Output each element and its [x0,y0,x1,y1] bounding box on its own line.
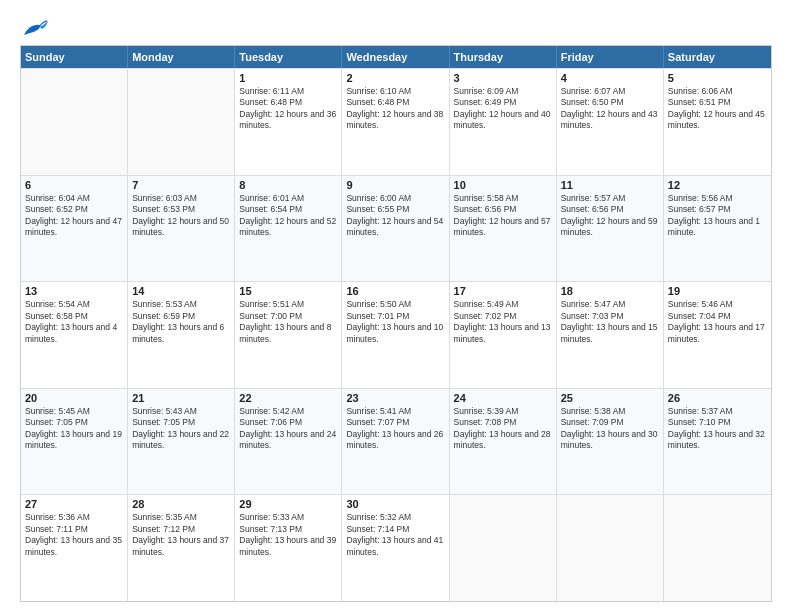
calendar-cell-day-2: 2Sunrise: 6:10 AMSunset: 6:48 PMDaylight… [342,69,449,175]
calendar-cell-day-25: 25Sunrise: 5:38 AMSunset: 7:09 PMDayligh… [557,389,664,495]
calendar-cell-day-18: 18Sunrise: 5:47 AMSunset: 7:03 PMDayligh… [557,282,664,388]
header-day-sunday: Sunday [21,46,128,68]
cell-info: Sunrise: 5:51 AMSunset: 7:00 PMDaylight:… [239,299,337,345]
day-number: 28 [132,498,230,510]
calendar-cell-day-15: 15Sunrise: 5:51 AMSunset: 7:00 PMDayligh… [235,282,342,388]
calendar-cell-day-29: 29Sunrise: 5:33 AMSunset: 7:13 PMDayligh… [235,495,342,601]
header-day-tuesday: Tuesday [235,46,342,68]
cell-info: Sunrise: 5:41 AMSunset: 7:07 PMDaylight:… [346,406,444,452]
calendar-cell-day-3: 3Sunrise: 6:09 AMSunset: 6:49 PMDaylight… [450,69,557,175]
day-number: 25 [561,392,659,404]
cell-info: Sunrise: 5:53 AMSunset: 6:59 PMDaylight:… [132,299,230,345]
cell-info: Sunrise: 5:38 AMSunset: 7:09 PMDaylight:… [561,406,659,452]
day-number: 7 [132,179,230,191]
cell-info: Sunrise: 6:07 AMSunset: 6:50 PMDaylight:… [561,86,659,132]
calendar-cell-day-13: 13Sunrise: 5:54 AMSunset: 6:58 PMDayligh… [21,282,128,388]
logo-bird-icon [20,15,50,39]
day-number: 3 [454,72,552,84]
calendar-cell-day-10: 10Sunrise: 5:58 AMSunset: 6:56 PMDayligh… [450,176,557,282]
day-number: 4 [561,72,659,84]
calendar-cell-day-22: 22Sunrise: 5:42 AMSunset: 7:06 PMDayligh… [235,389,342,495]
calendar-cell-day-28: 28Sunrise: 5:35 AMSunset: 7:12 PMDayligh… [128,495,235,601]
day-number: 15 [239,285,337,297]
cell-info: Sunrise: 5:35 AMSunset: 7:12 PMDaylight:… [132,512,230,558]
calendar: SundayMondayTuesdayWednesdayThursdayFrid… [20,45,772,602]
calendar-cell-day-27: 27Sunrise: 5:36 AMSunset: 7:11 PMDayligh… [21,495,128,601]
header [20,15,772,39]
cell-info: Sunrise: 6:00 AMSunset: 6:55 PMDaylight:… [346,193,444,239]
calendar-cell-day-4: 4Sunrise: 6:07 AMSunset: 6:50 PMDaylight… [557,69,664,175]
day-number: 22 [239,392,337,404]
header-day-wednesday: Wednesday [342,46,449,68]
calendar-cell-day-11: 11Sunrise: 5:57 AMSunset: 6:56 PMDayligh… [557,176,664,282]
cell-info: Sunrise: 6:11 AMSunset: 6:48 PMDaylight:… [239,86,337,132]
cell-info: Sunrise: 5:45 AMSunset: 7:05 PMDaylight:… [25,406,123,452]
calendar-cell-empty [664,495,771,601]
cell-info: Sunrise: 5:54 AMSunset: 6:58 PMDaylight:… [25,299,123,345]
cell-info: Sunrise: 5:36 AMSunset: 7:11 PMDaylight:… [25,512,123,558]
day-number: 26 [668,392,767,404]
day-number: 12 [668,179,767,191]
calendar-cell-day-6: 6Sunrise: 6:04 AMSunset: 6:52 PMDaylight… [21,176,128,282]
cell-info: Sunrise: 5:50 AMSunset: 7:01 PMDaylight:… [346,299,444,345]
day-number: 27 [25,498,123,510]
day-number: 16 [346,285,444,297]
calendar-cell-empty [21,69,128,175]
cell-info: Sunrise: 6:10 AMSunset: 6:48 PMDaylight:… [346,86,444,132]
day-number: 10 [454,179,552,191]
calendar-cell-empty [557,495,664,601]
day-number: 11 [561,179,659,191]
cell-info: Sunrise: 5:32 AMSunset: 7:14 PMDaylight:… [346,512,444,558]
cell-info: Sunrise: 5:49 AMSunset: 7:02 PMDaylight:… [454,299,552,345]
cell-info: Sunrise: 5:43 AMSunset: 7:05 PMDaylight:… [132,406,230,452]
cell-info: Sunrise: 5:37 AMSunset: 7:10 PMDaylight:… [668,406,767,452]
day-number: 19 [668,285,767,297]
calendar-week-2: 6Sunrise: 6:04 AMSunset: 6:52 PMDaylight… [21,175,771,282]
page: SundayMondayTuesdayWednesdayThursdayFrid… [0,0,792,612]
day-number: 20 [25,392,123,404]
calendar-cell-day-19: 19Sunrise: 5:46 AMSunset: 7:04 PMDayligh… [664,282,771,388]
day-number: 30 [346,498,444,510]
day-number: 21 [132,392,230,404]
cell-info: Sunrise: 5:56 AMSunset: 6:57 PMDaylight:… [668,193,767,239]
day-number: 13 [25,285,123,297]
calendar-cell-day-26: 26Sunrise: 5:37 AMSunset: 7:10 PMDayligh… [664,389,771,495]
cell-info: Sunrise: 6:09 AMSunset: 6:49 PMDaylight:… [454,86,552,132]
calendar-cell-day-21: 21Sunrise: 5:43 AMSunset: 7:05 PMDayligh… [128,389,235,495]
calendar-cell-day-30: 30Sunrise: 5:32 AMSunset: 7:14 PMDayligh… [342,495,449,601]
cell-info: Sunrise: 5:33 AMSunset: 7:13 PMDaylight:… [239,512,337,558]
calendar-week-3: 13Sunrise: 5:54 AMSunset: 6:58 PMDayligh… [21,281,771,388]
cell-info: Sunrise: 5:47 AMSunset: 7:03 PMDaylight:… [561,299,659,345]
calendar-body: 1Sunrise: 6:11 AMSunset: 6:48 PMDaylight… [21,68,771,601]
calendar-cell-day-16: 16Sunrise: 5:50 AMSunset: 7:01 PMDayligh… [342,282,449,388]
cell-info: Sunrise: 5:39 AMSunset: 7:08 PMDaylight:… [454,406,552,452]
day-number: 1 [239,72,337,84]
calendar-cell-day-5: 5Sunrise: 6:06 AMSunset: 6:51 PMDaylight… [664,69,771,175]
calendar-cell-empty [450,495,557,601]
calendar-cell-day-7: 7Sunrise: 6:03 AMSunset: 6:53 PMDaylight… [128,176,235,282]
day-number: 14 [132,285,230,297]
calendar-week-5: 27Sunrise: 5:36 AMSunset: 7:11 PMDayligh… [21,494,771,601]
calendar-cell-day-1: 1Sunrise: 6:11 AMSunset: 6:48 PMDaylight… [235,69,342,175]
cell-info: Sunrise: 5:57 AMSunset: 6:56 PMDaylight:… [561,193,659,239]
cell-info: Sunrise: 6:06 AMSunset: 6:51 PMDaylight:… [668,86,767,132]
cell-info: Sunrise: 5:42 AMSunset: 7:06 PMDaylight:… [239,406,337,452]
day-number: 17 [454,285,552,297]
cell-info: Sunrise: 6:04 AMSunset: 6:52 PMDaylight:… [25,193,123,239]
day-number: 5 [668,72,767,84]
calendar-cell-day-14: 14Sunrise: 5:53 AMSunset: 6:59 PMDayligh… [128,282,235,388]
header-day-friday: Friday [557,46,664,68]
cell-info: Sunrise: 5:58 AMSunset: 6:56 PMDaylight:… [454,193,552,239]
calendar-cell-day-9: 9Sunrise: 6:00 AMSunset: 6:55 PMDaylight… [342,176,449,282]
header-day-thursday: Thursday [450,46,557,68]
calendar-cell-empty [128,69,235,175]
calendar-cell-day-17: 17Sunrise: 5:49 AMSunset: 7:02 PMDayligh… [450,282,557,388]
logo [20,15,54,39]
day-number: 2 [346,72,444,84]
day-number: 24 [454,392,552,404]
day-number: 18 [561,285,659,297]
day-number: 23 [346,392,444,404]
calendar-week-4: 20Sunrise: 5:45 AMSunset: 7:05 PMDayligh… [21,388,771,495]
cell-info: Sunrise: 5:46 AMSunset: 7:04 PMDaylight:… [668,299,767,345]
calendar-header: SundayMondayTuesdayWednesdayThursdayFrid… [21,46,771,68]
